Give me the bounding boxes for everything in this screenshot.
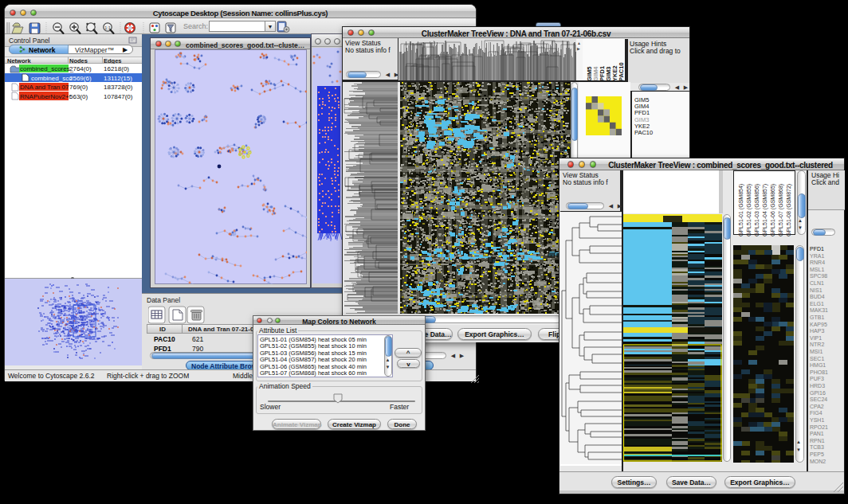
svg-text:1:1: 1:1 bbox=[104, 25, 111, 30]
